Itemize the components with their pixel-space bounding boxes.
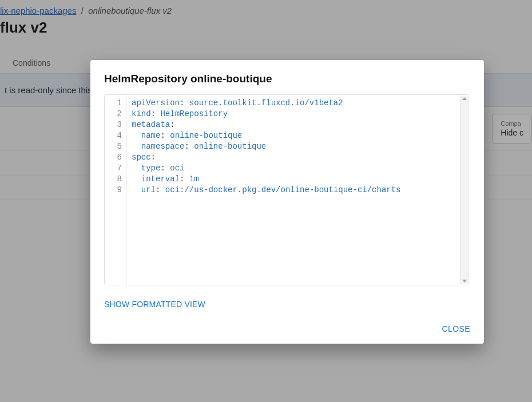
- resource-modal: HelmRepository online-boutique 123456789…: [90, 60, 484, 344]
- close-button[interactable]: CLOSE: [442, 324, 470, 333]
- modal-actions-right: CLOSE: [90, 314, 484, 333]
- modal-title: HelmRepository online-boutique: [90, 60, 484, 94]
- yaml-editor[interactable]: 123456789 apiVersion: source.toolkit.flu…: [104, 94, 469, 285]
- show-formatted-view-button[interactable]: SHOW FORMATTED VIEW: [104, 300, 205, 309]
- yaml-code[interactable]: apiVersion: source.toolkit.fluxcd.io/v1b…: [126, 95, 469, 285]
- scrollbar-vertical[interactable]: [460, 95, 468, 284]
- line-gutter: 123456789: [105, 95, 126, 285]
- modal-actions-left: SHOW FORMATTED VIEW: [90, 285, 484, 314]
